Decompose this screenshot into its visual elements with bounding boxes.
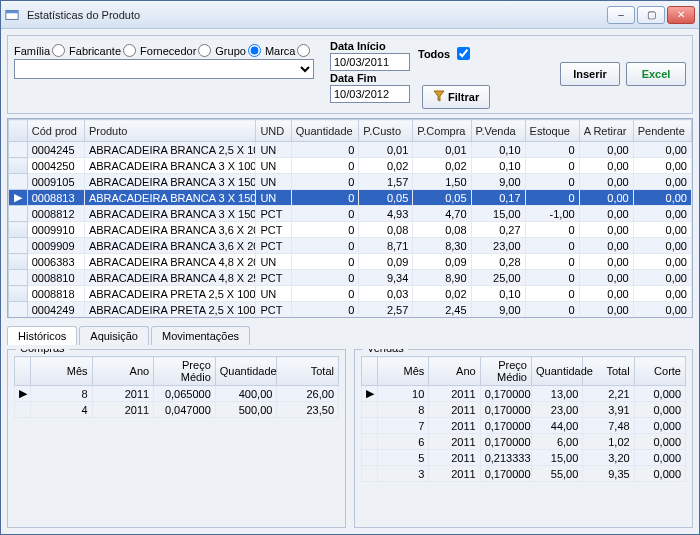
table-row[interactable]: 720110,17000044,007,480,000 [362, 418, 686, 434]
vendas-grid[interactable]: MêsAnoPreço MédioQuantidadeTotalCorte▶10… [361, 356, 686, 482]
tab-historicos[interactable]: Históricos [7, 326, 77, 345]
col-header[interactable]: Total [277, 357, 339, 386]
col-header[interactable]: Preço Médio [154, 357, 216, 386]
end-date-label: Data Fim [330, 72, 410, 84]
window-title: Estatísticas do Produto [23, 9, 607, 21]
client-area: Família Fabricante Fornecedor Grupo Marc… [1, 29, 699, 534]
col-header[interactable]: Corte [634, 357, 685, 386]
funnel-icon [433, 90, 445, 104]
svg-rect-1 [6, 10, 18, 13]
table-row[interactable]: 320110,17000055,009,350,000 [362, 466, 686, 482]
table-row[interactable]: 0004245ABRACADEIRA BRANCA 2,5 X 100MMUN0… [9, 142, 692, 158]
close-button[interactable]: ✕ [667, 6, 695, 24]
radio-grupo[interactable] [248, 44, 261, 57]
excel-label: Excel [642, 68, 671, 80]
filtrar-button[interactable]: Filtrar [422, 85, 490, 109]
inserir-label: Inserir [573, 68, 607, 80]
filter-radios: Família Fabricante Fornecedor Grupo Marc… [14, 40, 314, 57]
filter-select[interactable] [14, 59, 314, 79]
col-header[interactable]: Mês [31, 357, 93, 386]
radio-fabricante-label: Fabricante [69, 45, 121, 57]
radio-familia[interactable] [52, 44, 65, 57]
start-date-input[interactable] [330, 53, 410, 71]
product-grid[interactable]: Cód prodProdutoUNDQuantidadeP.CustoP.Com… [7, 118, 693, 318]
table-row[interactable]: ▶1020110,17000013,002,210,000 [362, 386, 686, 402]
col-header[interactable]: Estoque [525, 120, 579, 142]
table-row[interactable]: ▶0008813ABRACADEIRA BRANCA 3 X 150MMUN00… [9, 190, 692, 206]
filter-panel: Família Fabricante Fornecedor Grupo Marc… [7, 35, 693, 114]
tab-aquisicao[interactable]: Aquisição [79, 326, 149, 345]
col-header[interactable]: Quantidade [531, 357, 582, 386]
col-header[interactable]: Preço Médio [480, 357, 531, 386]
radio-marca-label: Marca [265, 45, 296, 57]
excel-button[interactable]: Excel [626, 62, 686, 86]
table-row[interactable]: 620110,1700006,001,020,000 [362, 434, 686, 450]
end-date-input[interactable] [330, 85, 410, 103]
radio-grupo-label: Grupo [215, 45, 246, 57]
table-row[interactable]: 520110,21333315,003,200,000 [362, 450, 686, 466]
col-header[interactable]: P.Venda [471, 120, 525, 142]
table-row[interactable]: 820110,17000023,003,910,000 [362, 402, 686, 418]
table-row[interactable]: 0006383ABRACADEIRA BRANCA 4,8 X 200MMUN0… [9, 254, 692, 270]
table-row[interactable]: 0004249ABRACADEIRA PRETA 2,5 X 100MMPCT0… [9, 302, 692, 318]
app-window: Estatísticas do Produto – ▢ ✕ Família Fa… [0, 0, 700, 535]
table-row[interactable]: 0009910ABRACADEIRA BRANCA 3,6 X 200MMPCT… [9, 222, 692, 238]
col-header[interactable]: Quantidade [215, 357, 277, 386]
filtrar-label: Filtrar [448, 91, 479, 103]
table-row[interactable]: ▶820110,065000400,0026,00 [15, 386, 339, 402]
table-row[interactable]: 0009909ABRACADEIRA BRANCA 3,6 X 200MMPCT… [9, 238, 692, 254]
table-row[interactable]: 420110,047000500,0023,50 [15, 402, 339, 418]
col-header[interactable]: Ano [429, 357, 480, 386]
col-header[interactable]: Produto [84, 120, 256, 142]
radio-marca[interactable] [297, 44, 310, 57]
todos-checkbox[interactable] [457, 47, 470, 60]
table-row[interactable]: 0009105ABRACADEIRA BRANCA 3 X 150MMUN01,… [9, 174, 692, 190]
radio-familia-label: Família [14, 45, 50, 57]
col-header[interactable]: Quantidade [291, 120, 359, 142]
titlebar: Estatísticas do Produto – ▢ ✕ [1, 1, 699, 29]
col-header[interactable]: Cód prod [27, 120, 84, 142]
col-header[interactable]: P.Compra [413, 120, 471, 142]
radio-fornecedor-label: Fornecedor [140, 45, 196, 57]
col-header[interactable]: Pendente [633, 120, 691, 142]
compras-group: Compras MêsAnoPreço MédioQuantidadeTotal… [7, 349, 346, 528]
app-icon [5, 8, 19, 22]
start-date-label: Data Início [330, 40, 410, 52]
table-row[interactable]: 0008818ABRACADEIRA PRETA 2,5 X 100MMUN00… [9, 286, 692, 302]
table-row[interactable]: 0004250ABRACADEIRA BRANCA 3 X 100MMUN00,… [9, 158, 692, 174]
radio-fornecedor[interactable] [198, 44, 211, 57]
col-header[interactable]: Mês [378, 357, 429, 386]
table-row[interactable]: 0004247ABRACADEIRA PRETA 3,6 X 150MMUN00… [9, 318, 692, 319]
maximize-button[interactable]: ▢ [637, 6, 665, 24]
vendas-group: Vendas MêsAnoPreço MédioQuantidadeTotalC… [354, 349, 693, 528]
col-header[interactable]: P.Custo [359, 120, 413, 142]
table-row[interactable]: 0008810ABRACADEIRA BRANCA 4,8 X 250MMPCT… [9, 270, 692, 286]
col-header[interactable]: Ano [92, 357, 154, 386]
minimize-button[interactable]: – [607, 6, 635, 24]
vendas-title: Vendas [363, 349, 408, 354]
todos-label: Todos [418, 48, 450, 60]
table-row[interactable]: 0008812ABRACADEIRA BRANCA 3 X 150MMPCT04… [9, 206, 692, 222]
compras-grid[interactable]: MêsAnoPreço MédioQuantidadeTotal▶820110,… [14, 356, 339, 418]
col-header[interactable]: UND [256, 120, 291, 142]
col-header[interactable]: A Retirar [579, 120, 633, 142]
inserir-button[interactable]: Inserir [560, 62, 620, 86]
radio-fabricante[interactable] [123, 44, 136, 57]
tab-movimentacoes[interactable]: Movimentações [151, 326, 250, 345]
tabs: Históricos Aquisição Movimentações [7, 326, 693, 345]
compras-title: Compras [16, 349, 69, 354]
